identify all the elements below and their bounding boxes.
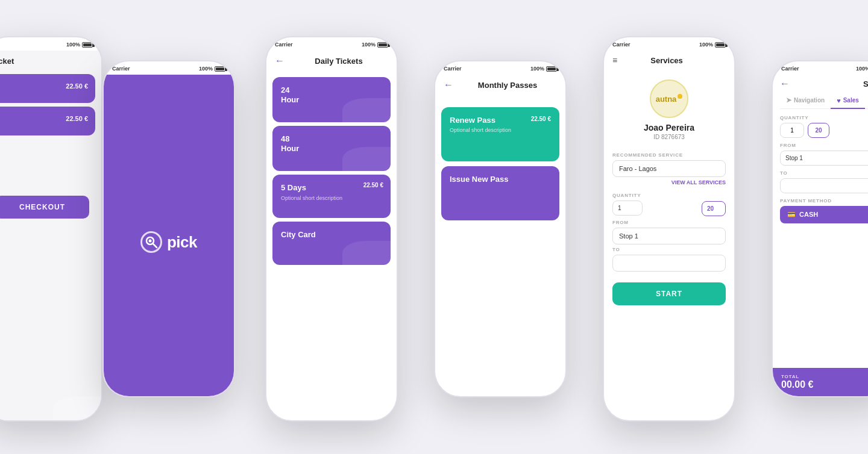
daily-tickets-header: ← Daily Tickets (266, 51, 397, 71)
to-label: TO (612, 247, 726, 252)
tab-navigation[interactable]: ➤ Navigation (780, 93, 831, 109)
ticket-title: Ticket (0, 57, 14, 66)
ticket-5days-price: 22.50 € (363, 182, 383, 188)
back-arrow-4[interactable]: ← (444, 79, 453, 90)
tab-sales-label: Sales (843, 97, 859, 104)
status-bar-1: ••• 100% (0, 37, 101, 51)
sales-to-label: TO (780, 170, 868, 176)
cash-button[interactable]: 💳 CASH (780, 206, 868, 223)
battery-label: 100% (66, 42, 80, 48)
renew-pass-desc: Optional short description (450, 127, 551, 133)
ticket-24-hour[interactable]: 24Hour (272, 77, 391, 122)
back-arrow-3[interactable]: ← (275, 55, 285, 66)
qty-row (780, 123, 868, 138)
ticket-header: Ticket (0, 51, 101, 70)
ticket-city-card[interactable]: City Card (272, 222, 391, 265)
battery-5: 100% (699, 42, 726, 48)
autna-dot (678, 94, 682, 99)
issue-new-pass-title-row: Issue New Pass (450, 175, 551, 184)
status-bar-5: Carrier 100% (604, 37, 734, 51)
sales-header: ← Sales (773, 75, 868, 93)
carrier-2: Carrier (112, 66, 130, 72)
from-input[interactable] (612, 228, 726, 244)
ticket-card-1[interactable]: 22.50 € (0, 74, 95, 103)
phone-pick: Carrier 100% pick (102, 60, 235, 397)
checkout-button[interactable]: CHECKOUT (0, 196, 89, 219)
sales-qty-input[interactable] (780, 123, 804, 138)
battery-label-4: 100% (530, 66, 544, 72)
services-title: Services (650, 56, 683, 65)
renew-pass-title-row: Renew Pass 22.50 € (450, 116, 551, 125)
battery-label-2: 100% (199, 66, 213, 72)
ticket-price-1: 22.50 € (0, 82, 88, 90)
sales-tabs: ➤ Navigation ♥ Sales (780, 93, 868, 109)
status-bar-2: Carrier 100% (104, 61, 234, 75)
ticket-5-days[interactable]: 5 Days 22.50 € Optional short descriptio… (272, 175, 391, 218)
battery-3: 100% (362, 42, 388, 48)
start-button[interactable]: START (612, 282, 726, 305)
pick-text: pick (167, 233, 197, 252)
battery-label-5: 100% (699, 42, 713, 48)
sales-title: Sales (863, 79, 868, 89)
ticket-card-2[interactable]: 22.50 € (0, 107, 95, 135)
sales-from-input[interactable] (780, 151, 868, 166)
status-bar-4: Carrier 100% (435, 61, 565, 75)
sales-to-input[interactable] (780, 178, 868, 193)
ticket-city-name: City Card (281, 230, 382, 240)
carrier-4: Carrier (444, 66, 462, 72)
qty-from-row: QUANTITY (612, 193, 726, 216)
total-amount: 00.00 € (781, 379, 868, 390)
services-body: RECOMMENDED SERVICE VIEW ALL SERVICES QU… (604, 146, 734, 311)
view-all-link[interactable]: VIEW ALL SERVICES (612, 179, 726, 185)
menu-icon[interactable]: ≡ (612, 55, 617, 65)
sales-from-label: FROM (780, 143, 868, 148)
battery-label-6: 100% (856, 66, 868, 72)
recommended-label: RECOMMENDED SERVICE (612, 152, 726, 158)
navigation-icon: ➤ (786, 96, 791, 104)
sales-icon: ♥ (837, 97, 841, 104)
status-bar-3: Carrier 100% (266, 37, 397, 51)
daily-tickets-title: Daily Tickets (289, 57, 388, 66)
renew-pass-price: 22.50 € (531, 116, 551, 125)
to-input[interactable] (612, 255, 726, 272)
ticket-5days-desc: Optional short description (281, 195, 382, 201)
qty-label: QUANTITY (612, 193, 697, 198)
phone-monthly-passes: Carrier 100% ← Monthly Passes Renew Pass… (434, 60, 567, 397)
sales-body: QUANTITY FROM TO PAYMENT METHOD 💳 CASH (773, 109, 868, 234)
phone-daily-tickets: Carrier 100% ← Daily Tickets 24Hour 48Ho… (265, 36, 398, 421)
carrier-3: Carrier (275, 42, 293, 48)
pick-icon (140, 231, 162, 253)
total-label: TOTAL (781, 374, 868, 379)
back-arrow-6[interactable]: ← (780, 78, 790, 89)
service-input[interactable] (612, 160, 726, 177)
quantity-group: QUANTITY (612, 193, 697, 216)
status-bar-6: Carrier 100% (773, 61, 868, 75)
tab-sales[interactable]: ♥ Sales (831, 93, 865, 109)
sales-payment-label: PAYMENT METHOD (780, 198, 868, 204)
svg-point-1 (148, 240, 151, 243)
monthly-passes-header: ← Monthly Passes (435, 75, 565, 95)
issue-new-pass-card[interactable]: Issue New Pass (441, 166, 559, 220)
pick-logo: pick (140, 231, 197, 253)
battery-2: 100% (199, 66, 225, 72)
autna-logo: autna (650, 79, 688, 118)
phone-sales: Carrier 100% ← Sales ➤ Navigation ♥ Sale… (772, 60, 868, 397)
issue-new-pass-label: Issue New Pass (450, 175, 509, 184)
total-bar: TOTAL 00.00 € (773, 368, 868, 396)
sales-qty-extra[interactable] (808, 123, 829, 138)
qty-extra-input[interactable] (702, 201, 726, 216)
ticket-price-2: 22.50 € (0, 115, 88, 122)
autna-section: autna Joao Pereira ID 8276673 (604, 70, 734, 146)
phone-ticket: ••• 100% Ticket 22.50 € 22.50 € CHECKOUT (0, 36, 102, 421)
monthly-passes-title: Monthly Passes (458, 81, 557, 90)
phone-services: Carrier 100% ≡ Services autna Joao Perei… (603, 36, 735, 421)
from-label: FROM (612, 220, 726, 225)
renew-pass-card[interactable]: Renew Pass 22.50 € Optional short descri… (441, 107, 559, 161)
user-name: Joao Pereira (644, 123, 694, 132)
cash-icon: 💳 (787, 211, 796, 219)
sales-qty-label: QUANTITY (780, 115, 868, 120)
tab-navigation-label: Navigation (794, 97, 825, 104)
ticket-48-hour[interactable]: 48Hour (272, 126, 391, 171)
battery-label-3: 100% (362, 42, 376, 48)
quantity-input[interactable] (612, 201, 643, 216)
